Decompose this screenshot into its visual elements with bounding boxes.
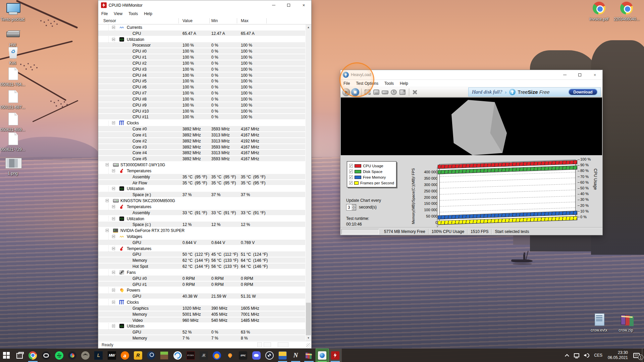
settings-wrench-icon[interactable] (412, 89, 418, 95)
taskbar-n-app[interactable]: N (289, 349, 302, 362)
taskbar-winrar[interactable] (302, 349, 315, 362)
sensor-row[interactable]: Fans (98, 269, 305, 276)
scroll-down-arrow[interactable]: ▼ (306, 335, 311, 341)
taskbar-spotify[interactable] (53, 349, 66, 362)
sensor-row[interactable]: Utilization (98, 323, 305, 329)
taskbar-league-of-legends[interactable]: L (92, 349, 105, 362)
sensor-row[interactable]: GPU50 °C (122 °F)45 °C (112 °F)51 °C (12… (98, 251, 305, 257)
spinner-up-button[interactable]: ▲ (352, 204, 356, 207)
heavyload-titlebar[interactable]: HeavyLoad × (340, 70, 602, 80)
sensor-row[interactable]: NVIDIA GeForce RTX 2070 SUPER (98, 228, 305, 234)
sensor-row[interactable]: Core #33892 MHz3593 MHz4167 MHz (98, 144, 305, 150)
menu-tools[interactable]: Tools (125, 11, 141, 17)
scroll-up-arrow[interactable]: ▲ (306, 24, 311, 30)
taskbar-obs-studio[interactable] (263, 349, 276, 362)
sensor-row[interactable]: CPU65.47 A12.47 A65.47 A (98, 31, 305, 37)
sensor-row[interactable]: Powers (98, 287, 305, 293)
menu-tools[interactable]: Tools (381, 80, 397, 86)
taskbar-fl-studio[interactable] (223, 349, 236, 362)
expand-toggle[interactable] (112, 289, 115, 292)
volume-tray-icon[interactable] (582, 349, 592, 362)
sensor-row[interactable]: Core #03892 MHz3593 MHz4167 MHz (98, 126, 305, 132)
sensor-row[interactable]: CPU #2100 %0 %100 % (98, 60, 305, 66)
sensor-row[interactable]: CPU #8100 %0 %100 % (98, 96, 305, 102)
resize-grip[interactable] (306, 343, 311, 348)
language-indicator[interactable]: CES (592, 349, 605, 362)
sensor-row[interactable]: KINGSTON SKC2000M8500G (98, 198, 305, 204)
close-button[interactable]: × (296, 0, 311, 10)
desktop-icon-050621-764-[interactable]: 050621-764... (0, 67, 25, 87)
sensor-row[interactable]: Voltages (98, 234, 305, 240)
taskbar-oculus[interactable] (40, 349, 53, 362)
expand-toggle[interactable] (112, 324, 115, 327)
clock[interactable]: 23:30 06.05.2021 (605, 350, 631, 360)
legend-checkbox[interactable]: ✓ (349, 181, 353, 185)
sensor-row[interactable]: Assembly35 °C (95 °F)35 °C (95 °F)35 °C … (98, 174, 305, 180)
sensor-row[interactable]: GPU #10 RPM0 RPM0 RPM (98, 282, 305, 288)
menu-view[interactable]: View (111, 11, 125, 17)
sensor-row[interactable]: Core #23892 MHz3313 MHz4192 MHz (98, 138, 305, 144)
expand-toggle[interactable] (106, 163, 109, 166)
taskbar-heavyload[interactable] (316, 349, 329, 362)
taskbar-game[interactable] (210, 349, 223, 362)
sensor-row[interactable]: GPU52 %0 %63 % (98, 329, 305, 335)
desktop-icon-050621-729-[interactable]: 050621-729... (0, 132, 25, 152)
taskbar-discord[interactable] (250, 349, 263, 362)
expand-toggle[interactable] (112, 205, 115, 208)
sensor-row[interactable]: CPU #1100 %0 %100 % (98, 54, 305, 60)
sensor-row[interactable]: Space (c:)12 %12 %12 % (98, 222, 305, 228)
desktop-icon-2203466040-[interactable]: 2203466040... (614, 2, 639, 21)
taskbar-hwmonitor[interactable] (329, 349, 342, 362)
desktop-icon-tento-po-ta-[interactable]: Tento počítač (0, 2, 25, 22)
expand-toggle[interactable] (112, 121, 115, 124)
column-header[interactable]: Sensor Value Min Max (98, 17, 311, 24)
sensor-row[interactable]: Air Flow35 °C (95 °F)35 °C (95 °F)35 °C … (98, 180, 305, 186)
treesize-ad-banner[interactable]: Hard disk full? › TreeSize Free Download (468, 87, 601, 97)
expand-toggle[interactable] (112, 217, 115, 220)
sensor-row[interactable]: Memory7 %7 %8 % (98, 335, 305, 341)
sensor-row[interactable]: GPU #00 RPM0 RPM0 RPM (98, 276, 305, 282)
expand-toggle[interactable] (112, 271, 115, 274)
desktop-icon-050621-659-[interactable]: 050621-659... (0, 112, 25, 132)
menu-file[interactable]: File (98, 11, 111, 17)
sensor-row[interactable]: Core #13892 MHz3313 MHz4167 MHz (98, 132, 305, 138)
column-sensor[interactable]: Sensor (103, 18, 116, 23)
desktop-icon-invoice-pdf[interactable]: invoice.pdf (586, 2, 612, 21)
minimize-button[interactable] (266, 0, 281, 10)
expand-toggle[interactable] (106, 229, 109, 232)
taskbar-avast[interactable]: a (118, 349, 131, 362)
sensor-row[interactable]: CPU #6100 %0 %100 % (98, 84, 305, 90)
expand-toggle[interactable] (106, 199, 109, 202)
vertical-scrollbar[interactable]: ▲ ▼ (306, 24, 311, 341)
taskbar-davinci-resolve[interactable] (66, 349, 79, 362)
sensor-row[interactable]: Memory62 °C (144 °F)56 °C (133 °F)64 °C … (98, 257, 305, 263)
sensor-row[interactable]: Currents (98, 24, 305, 31)
maximize-button[interactable] (281, 0, 296, 10)
minimize-button[interactable] (557, 70, 572, 80)
sensor-row[interactable]: Utilization (98, 37, 305, 43)
sensor-row[interactable]: CPU #10100 %0 %100 % (98, 108, 305, 114)
sensor-row[interactable]: Core #53892 MHz3593 MHz4167 MHz (98, 156, 305, 162)
legend-checkbox[interactable]: ✓ (349, 170, 353, 173)
sensor-row[interactable]: CPU #0100 %0 %100 % (98, 48, 305, 54)
expand-toggle[interactable] (112, 26, 115, 29)
taskbar-chrome[interactable] (26, 349, 39, 362)
close-button[interactable]: × (587, 70, 602, 80)
sensor-row[interactable]: Temperatures (98, 168, 305, 174)
column-min[interactable]: Min (211, 18, 218, 23)
maximize-button[interactable] (572, 70, 587, 80)
sensor-row[interactable]: Space (e:)37 %37 %37 % (98, 192, 305, 198)
legend-checkbox[interactable]: ✓ (349, 164, 353, 168)
download-button[interactable]: Download (568, 88, 598, 96)
hwmonitor-titlebar[interactable]: CPUID HWMonitor × (98, 0, 311, 10)
expand-toggle[interactable] (112, 247, 115, 250)
sensor-row[interactable]: ST3000DM007-1WY10G (98, 162, 305, 168)
sensor-row[interactable]: CPU #11100 %0 %100 % (98, 114, 305, 120)
sensor-row[interactable]: Video960 MHz540 MHz1485 MHz (98, 317, 305, 323)
desktop-icon-050121-687-[interactable]: 050121-687... (0, 90, 25, 110)
update-interval-spinner[interactable]: 3 ▲▼ (346, 204, 356, 210)
memory-test-icon[interactable] (381, 89, 389, 96)
disk-test-icon[interactable] (373, 89, 380, 96)
gpu-test-icon[interactable] (399, 89, 406, 96)
sensor-row[interactable]: CPU #9100 %0 %100 % (98, 102, 305, 108)
